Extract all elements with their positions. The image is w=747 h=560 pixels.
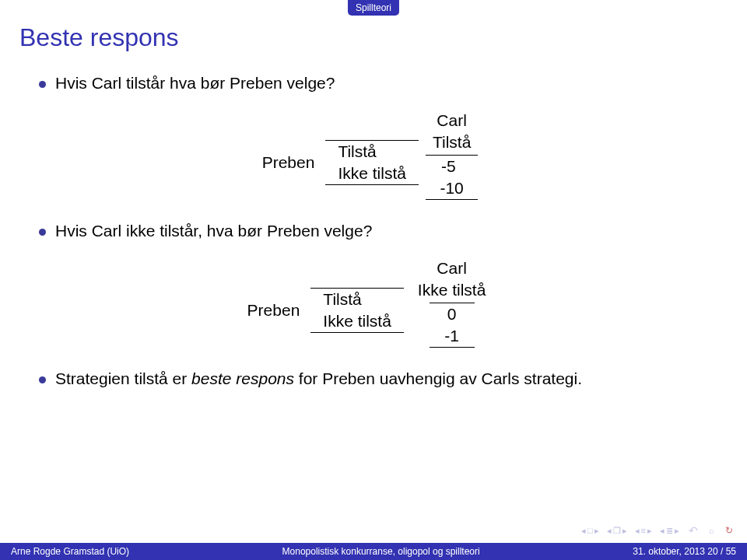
bullet-3-text: Strategien tilstå er beste respons for P… [55, 369, 582, 388]
nav-controls: ◂ □ ▸ ◂ ❐ ▸ ◂ ≡ ▸ ◂ ≣ ▸ ↶ ⌕ ↻ [581, 524, 733, 537]
nav-subframe-group: ◂ ❐ ▸ [607, 526, 627, 536]
table2-row1-label: Tilstå [310, 289, 404, 310]
nav-sec-next-icon[interactable]: ▸ [647, 526, 652, 536]
bullet-2: Hvis Carl ikke tilstår, hva bør Preben v… [39, 222, 708, 240]
nav-frame-prev-icon[interactable]: ◂ [581, 526, 586, 536]
game-table-1: Preben Tilstå Ikke tilstå Carl Tilstå -5… [39, 111, 708, 200]
nav-refresh-icon[interactable]: ↻ [725, 525, 733, 536]
nav-sec-lines-icon[interactable]: ≡ [641, 526, 646, 536]
preben-label: Preben [247, 301, 300, 320]
table2-cell-2: -1 [430, 325, 475, 347]
bullet-icon [39, 81, 46, 88]
nav-slide-group: ◂ ≣ ▸ [660, 526, 679, 536]
bullet-icon [39, 376, 46, 383]
nav-slide-prev-icon[interactable]: ◂ [660, 526, 665, 536]
bullet-2-text: Hvis Carl ikke tilstår, hva bør Preben v… [55, 222, 372, 240]
nav-sub-doc-icon[interactable]: ❐ [613, 526, 621, 536]
table1-cell-2: -10 [426, 177, 477, 199]
table1-row2-label: Ikke tilstå [325, 163, 419, 184]
nav-frame-group: ◂ □ ▸ [581, 526, 599, 536]
table2-cell-1: 0 [430, 303, 475, 325]
footer: Arne Rogde Gramstad (UiO) Monopolistisk … [0, 543, 747, 560]
table1-col-header: Tilstå [419, 131, 485, 155]
content-area: Hvis Carl tilstår hva bør Preben velge? … [39, 74, 708, 388]
preben-label: Preben [262, 153, 315, 172]
nav-slide-lines-icon[interactable]: ≣ [666, 526, 673, 536]
bullet-1-text: Hvis Carl tilstår hva bør Preben velge? [55, 74, 335, 93]
nav-slide-next-icon[interactable]: ▸ [675, 526, 679, 536]
section-tab: Spillteori [348, 0, 399, 16]
table2-col-header: Ikke tilstå [404, 279, 500, 303]
nav-frame-box-icon[interactable]: □ [587, 526, 593, 536]
carl-label: Carl [437, 259, 467, 278]
nav-frame-next-icon[interactable]: ▸ [594, 526, 599, 536]
nav-sub-next-icon[interactable]: ▸ [622, 526, 627, 536]
footer-title: Monopolistisk konkurranse, oligopol og s… [129, 546, 633, 557]
bullet-3-italic: beste respons [191, 369, 294, 387]
table1-cell-1: -5 [426, 156, 471, 177]
nav-section-group: ◂ ≡ ▸ [635, 526, 652, 536]
nav-sub-prev-icon[interactable]: ◂ [607, 526, 612, 536]
bullet-3-part1: Strategien tilstå er [55, 369, 191, 387]
nav-back-icon[interactable]: ↶ [689, 524, 698, 537]
carl-label: Carl [437, 111, 467, 130]
footer-author: Arne Rogde Gramstad (UiO) [11, 546, 129, 557]
nav-sec-prev-icon[interactable]: ◂ [635, 526, 640, 536]
bullet-icon [39, 229, 46, 236]
bullet-3-part2: for Preben uavhengig av Carls strategi. [294, 369, 582, 387]
footer-page: 31. oktober, 2013 20 / 55 [633, 546, 736, 557]
nav-search-icon[interactable]: ⌕ [709, 526, 714, 535]
bullet-3: Strategien tilstå er beste respons for P… [39, 369, 708, 388]
game-table-2: Preben Tilstå Ikke tilstå Carl Ikke tils… [39, 259, 708, 348]
table2-row2-label: Ikke tilstå [310, 310, 404, 332]
table1-row1-label: Tilstå [325, 141, 419, 163]
page-title: Beste respons [19, 23, 747, 52]
bullet-1: Hvis Carl tilstår hva bør Preben velge? [39, 74, 708, 93]
